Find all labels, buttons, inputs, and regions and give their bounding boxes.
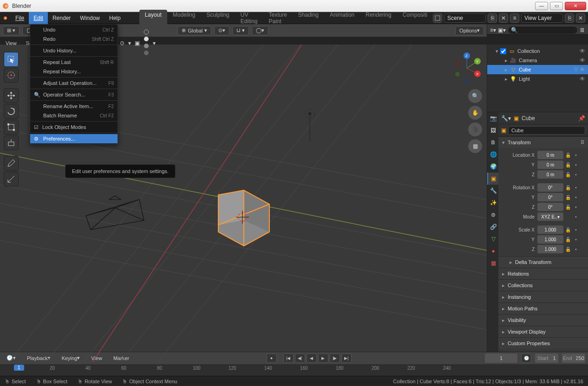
panel-relations[interactable]: ▸Relations [498, 268, 588, 279]
prop-tab-physics[interactable]: ⊚ [487, 209, 498, 221]
snap-icon[interactable]: ⊔ ▾ [232, 26, 249, 35]
edit-menu-redo[interactable]: RedoShift Ctrl Z [30, 34, 118, 44]
xray-icon[interactable]: ▣ [135, 40, 140, 46]
outliner-filter-icon[interactable]: 🗏 [580, 27, 585, 33]
editor-type-icon[interactable]: 🔧▾ [501, 115, 511, 122]
preview-range-icon[interactable]: 🕐 [521, 354, 531, 363]
camera-view-icon[interactable]: 🎥 [468, 122, 482, 136]
pin-icon[interactable]: 📌 [578, 115, 585, 122]
annotate-tool[interactable] [4, 156, 19, 171]
prop-tab-modifier[interactable]: 🔧 [487, 185, 498, 197]
eye-icon[interactable]: 👁 [580, 76, 585, 82]
menu-help[interactable]: Help [105, 12, 125, 24]
start-frame-field[interactable]: Start1 [535, 354, 558, 363]
viewlayer-del-icon[interactable]: ✕ [576, 13, 585, 23]
edit-menu-preferences-[interactable]: ⚙Preferences... [30, 134, 118, 143]
overlay-toggle-icon[interactable]: ⊙ [120, 40, 124, 46]
lock-icon[interactable]: 🔓 [565, 171, 571, 178]
outliner-type-icon[interactable]: ≡▾ [490, 27, 496, 33]
pan-icon[interactable]: ✋ [468, 106, 482, 120]
menu-render[interactable]: Render [48, 12, 75, 24]
edit-menu-undo-history-[interactable]: Undo History... [30, 46, 118, 55]
prop-tab-object[interactable]: ▣ [487, 173, 498, 185]
rotation-x-field[interactable]: 0° [537, 183, 563, 192]
edit-menu-undo[interactable]: UndoCtrl Z [30, 25, 118, 34]
outliner-search[interactable]: 🔍 [508, 26, 578, 34]
lock-icon[interactable]: 🔓 [565, 194, 571, 200]
proportional-icon[interactable]: ◯▾ [252, 26, 268, 35]
lock-icon[interactable]: 🔓 [565, 184, 571, 191]
options-dropdown[interactable]: Options ▾ [455, 26, 484, 35]
shading-solid[interactable] [144, 36, 149, 43]
panel-motion[interactable]: ▸Motion Paths [498, 303, 588, 314]
prop-tab-constraint[interactable]: 🔗 [487, 221, 498, 233]
axis-gizmo[interactable]: X Y Z [451, 52, 483, 84]
lock-icon[interactable]: 🔓 [565, 246, 571, 252]
current-frame-field[interactable]: 1 [485, 354, 517, 363]
prop-tab-world[interactable]: 🌍 [487, 161, 498, 173]
timeline-cursor[interactable]: 1 [14, 365, 24, 371]
scene-new-icon[interactable]: ⎘ [488, 13, 497, 23]
location-x-field[interactable]: 0 m [537, 151, 563, 159]
orientation-selector[interactable]: ⊕ Global ▾ [177, 26, 211, 35]
scale-z-field[interactable]: 1.000 [537, 245, 563, 253]
panel-transform-header[interactable]: ▾Transform⠿ [498, 137, 588, 148]
menu-file[interactable]: File [11, 12, 29, 24]
rotation-y-field[interactable]: 0° [537, 193, 563, 201]
scale-x-field[interactable]: 1.000 [537, 225, 563, 234]
edit-menu-repeat-history-[interactable]: Repeat History... [30, 67, 118, 76]
outliner-mode-icon[interactable]: ▣▾ [498, 27, 506, 33]
close-button[interactable]: ✕ [565, 2, 586, 10]
outliner-item-cube[interactable]: ▸ ▽ Cube ▽👁 [487, 65, 588, 74]
zoom-icon[interactable]: 🔍 [468, 89, 482, 103]
prop-tab-viewlayer[interactable]: 🗎 [487, 136, 498, 148]
rotation-mode-field[interactable]: XYZ E..▾ [537, 212, 563, 221]
collection-checkbox[interactable] [500, 48, 506, 54]
panel-delta[interactable]: ▸Delta Transform [498, 257, 588, 268]
outliner-item-light[interactable]: ▸ 💡 Light 👁 [487, 74, 588, 84]
shading-lookdev[interactable] [144, 43, 149, 50]
scene-field[interactable]: Scene [444, 13, 486, 23]
object-name-field[interactable]: Cube [508, 126, 585, 135]
prop-tab-material[interactable]: ● [487, 245, 498, 257]
panel-collections[interactable]: ▸Collections [498, 280, 588, 291]
scene-browse-icon[interactable] [433, 13, 442, 23]
panel-instancing[interactable]: ▸Instancing [498, 291, 588, 302]
location-y-field[interactable]: 0 m [537, 161, 563, 169]
scene-del-icon[interactable]: ✕ [499, 13, 508, 23]
prop-tab-data[interactable]: ▽ [487, 233, 498, 245]
overlay-dropdown-icon[interactable]: ▾ [128, 40, 131, 46]
menu-window[interactable]: Window [75, 12, 105, 24]
prop-tab-particle[interactable]: ✨ [487, 197, 498, 209]
mesh-data-icon[interactable]: ▽ [574, 66, 578, 73]
eye-icon[interactable]: 👁 [580, 48, 585, 54]
lock-icon[interactable]: 🔓 [565, 204, 571, 210]
minimize-button[interactable]: ― [535, 2, 548, 10]
prop-tab-output[interactable]: 🖼 [487, 124, 498, 136]
eye-icon[interactable]: 👁 [580, 66, 585, 73]
rotate-tool[interactable] [4, 104, 19, 119]
perspective-icon[interactable]: ▦ [468, 139, 482, 153]
move-tool[interactable] [4, 88, 19, 103]
eye-icon[interactable]: 👁 [580, 57, 585, 64]
lock-icon[interactable]: 🔓 [565, 226, 571, 233]
cursor-tool[interactable] [4, 68, 19, 83]
edit-menu-repeat-last[interactable]: Repeat LastShift R [30, 58, 118, 67]
view-menu[interactable]: View [3, 39, 20, 48]
outliner-item-camera[interactable]: ▸ 🎥 Camera 👁 [487, 56, 588, 65]
lock-icon[interactable]: 🔓 [565, 152, 571, 158]
viewlayer-new-icon[interactable]: ⎘ [565, 13, 574, 23]
panel-custom-props[interactable]: ▸Custom Properties [498, 338, 588, 349]
prop-tab-texture[interactable]: ▦ [487, 257, 498, 269]
shading-rendered[interactable] [144, 50, 149, 57]
prop-tab-scene[interactable]: 🌐 [487, 148, 498, 161]
edit-menu-rename-active-item-[interactable]: Rename Active Item...F2 [30, 102, 118, 111]
menu-edit[interactable]: Edit [29, 12, 48, 24]
scale-tool[interactable] [4, 120, 19, 135]
viewlayer-field[interactable]: View Layer [521, 13, 563, 23]
shading-wireframe[interactable] [144, 29, 149, 36]
location-z-field[interactable]: 0 m [537, 170, 563, 179]
select-box-tool[interactable] [4, 52, 19, 67]
scale-y-field[interactable]: 1.000 [537, 235, 563, 244]
outliner-collection[interactable]: ▾ ▭ Collection 👁 [487, 46, 588, 56]
